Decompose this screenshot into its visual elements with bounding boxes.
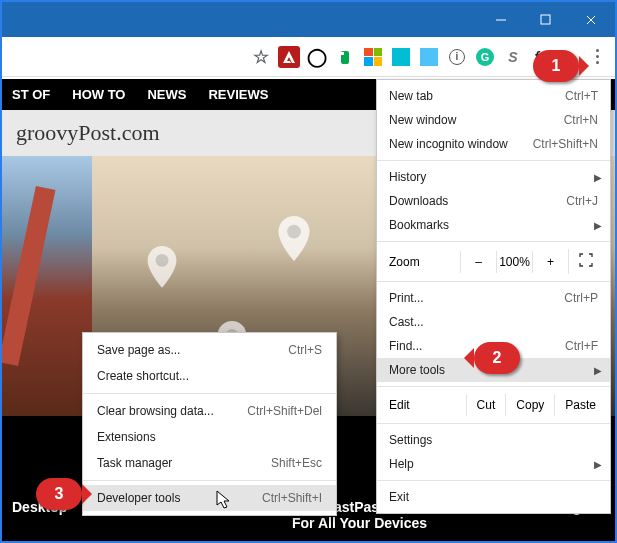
info-icon[interactable]: i — [446, 46, 468, 68]
nav-item[interactable]: REVIEWS — [208, 87, 268, 102]
browser-toolbar: ☆ ◯ i G S f? — [2, 37, 615, 77]
menu-new-window[interactable]: New windowCtrl+N — [377, 108, 610, 132]
edit-cut-button[interactable]: Cut — [466, 394, 506, 416]
edit-copy-button[interactable]: Copy — [505, 394, 554, 416]
submenu-task-manager[interactable]: Task managerShift+Esc — [83, 450, 336, 476]
nav-item[interactable]: HOW TO — [72, 87, 125, 102]
menu-exit[interactable]: Exit — [377, 485, 610, 509]
menu-zoom: Zoom – 100% + — [377, 246, 610, 277]
chevron-right-icon: ▶ — [594, 220, 602, 231]
annotation-callout-3: 3 — [36, 478, 82, 510]
menu-edit: Edit Cut Copy Paste — [377, 391, 610, 419]
zoom-in-button[interactable]: + — [532, 251, 568, 273]
grammarly-icon[interactable]: G — [474, 46, 496, 68]
menu-history[interactable]: History▶ — [377, 165, 610, 189]
annotation-callout-1: 1 — [533, 50, 579, 82]
extension-teal2-icon[interactable] — [418, 46, 440, 68]
menu-downloads[interactable]: DownloadsCtrl+J — [377, 189, 610, 213]
chrome-main-menu: New tabCtrl+T New windowCtrl+N New incog… — [376, 79, 611, 514]
adobe-icon[interactable] — [278, 46, 300, 68]
submenu-developer-tools[interactable]: Developer toolsCtrl+Shift+I — [83, 485, 336, 511]
extension-s-icon[interactable]: S — [502, 46, 524, 68]
menu-cast[interactable]: Cast... — [377, 310, 610, 334]
annotation-callout-2: 2 — [474, 342, 520, 374]
minimize-button[interactable] — [478, 5, 523, 35]
submenu-create-shortcut[interactable]: Create shortcut... — [83, 363, 336, 389]
menu-bookmarks[interactable]: Bookmarks▶ — [377, 213, 610, 237]
mouse-cursor-icon — [216, 490, 232, 510]
evernote-icon[interactable] — [334, 46, 356, 68]
zoom-value: 100% — [496, 251, 532, 273]
svg-point-4 — [156, 254, 169, 267]
menu-new-tab[interactable]: New tabCtrl+T — [377, 84, 610, 108]
nav-item[interactable]: ST OF — [12, 87, 50, 102]
nav-item[interactable]: NEWS — [147, 87, 186, 102]
maximize-button[interactable] — [523, 5, 568, 35]
menu-settings[interactable]: Settings — [377, 428, 610, 452]
site-name: groovyPost.com — [16, 120, 160, 146]
menu-print[interactable]: Print...Ctrl+P — [377, 286, 610, 310]
extension-teal1-icon[interactable] — [390, 46, 412, 68]
svg-rect-1 — [541, 15, 550, 24]
close-button[interactable] — [568, 5, 613, 35]
zoom-out-button[interactable]: – — [460, 251, 496, 273]
menu-incognito[interactable]: New incognito windowCtrl+Shift+N — [377, 132, 610, 156]
bookmark-star-icon[interactable]: ☆ — [250, 46, 272, 68]
chevron-right-icon: ▶ — [594, 459, 602, 470]
window-titlebar — [2, 2, 615, 37]
fullscreen-button[interactable] — [568, 249, 602, 274]
omega-icon[interactable]: ◯ — [306, 46, 328, 68]
submenu-extensions[interactable]: Extensions — [83, 424, 336, 450]
windows-icon[interactable] — [362, 46, 384, 68]
edit-paste-button[interactable]: Paste — [554, 394, 606, 416]
chevron-right-icon: ▶ — [594, 172, 602, 183]
more-tools-submenu: Save page as...Ctrl+S Create shortcut...… — [82, 332, 337, 516]
svg-point-5 — [287, 225, 301, 239]
submenu-save-page[interactable]: Save page as...Ctrl+S — [83, 337, 336, 363]
chevron-right-icon: ▶ — [594, 365, 602, 376]
menu-help[interactable]: Help▶ — [377, 452, 610, 476]
submenu-clear-data[interactable]: Clear browsing data...Ctrl+Shift+Del — [83, 398, 336, 424]
